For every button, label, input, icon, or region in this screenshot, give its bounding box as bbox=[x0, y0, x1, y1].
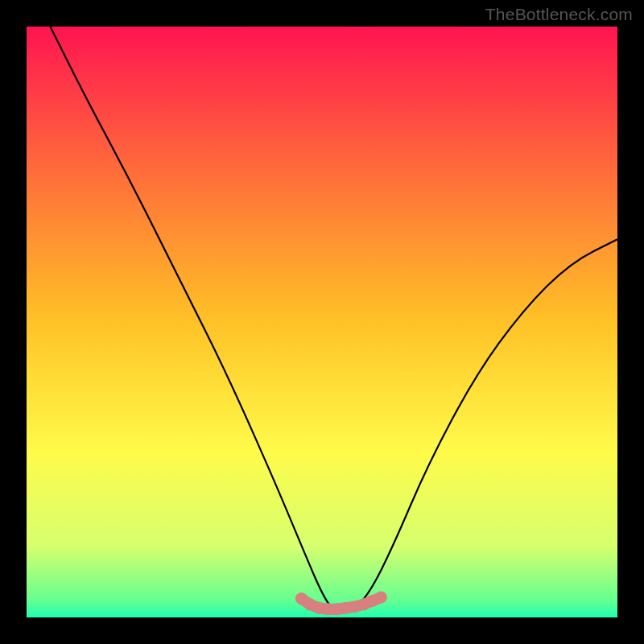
bottom-marker-point bbox=[375, 592, 387, 604]
chart-background bbox=[27, 27, 617, 617]
chart-svg bbox=[27, 27, 617, 617]
watermark-text: TheBottleneck.com bbox=[485, 5, 633, 24]
chart-plot-area bbox=[27, 27, 617, 617]
